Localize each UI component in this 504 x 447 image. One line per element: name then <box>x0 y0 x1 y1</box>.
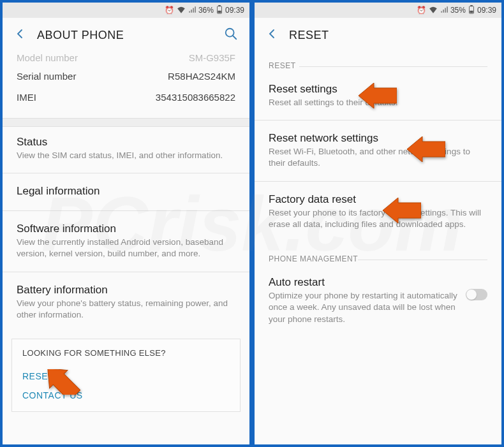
wifi-icon <box>429 6 438 15</box>
clock: 09:39 <box>477 6 496 15</box>
about-phone-screen: ⏰ 36% 09:39 ABOUT PHONE Model number SM-… <box>1 1 251 446</box>
item-desc: View the SIM card status, IMEI, and othe… <box>17 150 235 161</box>
settings-item-software[interactable]: Software information View the currently … <box>3 214 249 268</box>
item-title: Auto restart <box>269 276 458 289</box>
contact-us-link[interactable]: CONTACT US <box>22 386 230 405</box>
wifi-icon <box>177 6 186 15</box>
item-title: Legal information <box>17 185 235 198</box>
item-desc: View the currently installed Android ver… <box>17 237 235 260</box>
page-title: ABOUT PHONE <box>37 29 212 42</box>
reset-link[interactable]: RESET <box>22 367 230 386</box>
item-title: Software information <box>17 223 235 235</box>
item-title: Status <box>17 136 235 149</box>
item-desc: Reset your phone to its factory default … <box>269 207 487 230</box>
svg-rect-2 <box>218 10 221 13</box>
info-label: Serial number <box>17 71 76 82</box>
settings-item-battery[interactable]: Battery information View your phone's ba… <box>3 275 249 330</box>
battery-icon <box>216 5 223 16</box>
card-header: LOOKING FOR SOMETHING ELSE? <box>22 348 230 358</box>
signal-icon <box>188 6 196 15</box>
looking-for-card: LOOKING FOR SOMETHING ELSE? RESET CONTAC… <box>11 339 241 412</box>
battery-icon <box>468 5 475 16</box>
reset-settings-item[interactable]: Reset settings Reset all settings to the… <box>255 74 501 117</box>
info-value: SM-G935F <box>189 52 235 63</box>
section-header-phone-mgmt: PHONE MANAGEMENT <box>255 245 501 267</box>
svg-line-4 <box>233 36 237 40</box>
section-header-reset: RESET <box>255 52 501 74</box>
svg-rect-6 <box>470 5 473 6</box>
header: RESET <box>255 18 501 52</box>
item-title: Reset settings <box>269 83 487 96</box>
battery-percent: 35% <box>450 6 466 15</box>
back-icon[interactable] <box>266 28 278 42</box>
search-icon[interactable] <box>224 27 238 43</box>
alarm-icon: ⏰ <box>417 6 426 15</box>
page-title: RESET <box>289 29 490 42</box>
info-row: Serial number R58HA2S24KM <box>3 66 249 87</box>
svg-rect-1 <box>218 5 221 6</box>
settings-item-status[interactable]: Status View the SIM card status, IMEI, a… <box>3 127 249 170</box>
reset-screen: ⏰ 35% 09:39 RESET RESET Reset settings R… <box>253 1 503 446</box>
info-value: R58HA2S24KM <box>168 71 235 82</box>
info-row: Model number SM-G935F <box>3 52 249 66</box>
status-bar: ⏰ 36% 09:39 <box>3 3 249 18</box>
settings-item-legal[interactable]: Legal information <box>3 176 249 208</box>
item-title: Reset network settings <box>269 132 487 145</box>
factory-reset-item[interactable]: Factory data reset Reset your phone to i… <box>255 184 501 239</box>
info-label: IMEI <box>17 92 36 103</box>
item-desc: View your phone's battery status, remain… <box>17 298 235 321</box>
info-row: IMEI 354315083665822 <box>3 87 249 108</box>
item-title: Factory data reset <box>269 193 487 206</box>
item-title: Battery information <box>17 284 235 297</box>
back-icon[interactable] <box>14 28 26 42</box>
status-bar: ⏰ 35% 09:39 <box>255 3 501 18</box>
item-desc: Optimize your phone by restarting it aut… <box>269 290 458 325</box>
alarm-icon: ⏰ <box>165 6 174 15</box>
info-value: 354315083665822 <box>156 92 235 103</box>
item-desc: Reset Wi-Fi, Bluetooth, and other networ… <box>269 146 487 169</box>
info-label: Model number <box>17 52 78 63</box>
battery-percent: 36% <box>198 6 214 15</box>
auto-restart-item[interactable]: Auto restart Optimize your phone by rest… <box>255 267 501 334</box>
reset-network-item[interactable]: Reset network settings Reset Wi-Fi, Blue… <box>255 123 501 178</box>
auto-restart-toggle[interactable] <box>466 289 487 300</box>
item-desc: Reset all settings to their defaults. <box>269 97 487 108</box>
signal-icon <box>440 6 448 15</box>
clock: 09:39 <box>225 6 244 15</box>
header: ABOUT PHONE <box>3 18 249 52</box>
svg-rect-7 <box>470 10 473 13</box>
